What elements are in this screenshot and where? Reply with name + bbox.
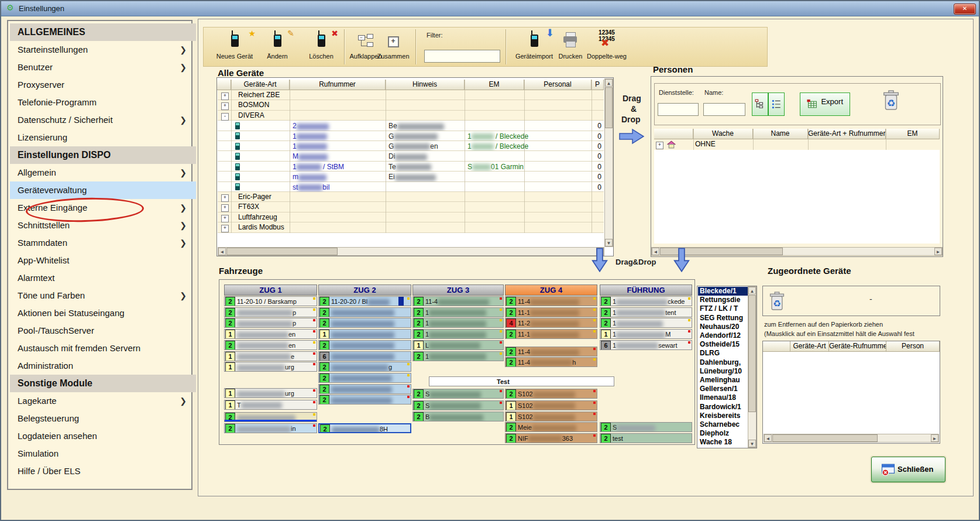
sidebar-item-administration[interactable]: Administration — [10, 357, 196, 375]
vehicle-row[interactable]: 2S — [412, 389, 504, 399]
list-item-kreisbereits[interactable]: Kreisbereits — [698, 412, 749, 420]
sidebar-item-stammdaten[interactable]: Stammdaten❯ — [10, 234, 196, 252]
vehicle-row[interactable]: 1L — [412, 340, 504, 350]
sidebar-item-proxyserver[interactable]: Proxyserver — [10, 76, 196, 94]
vehicle-row[interactable]: 1en — [224, 329, 317, 339]
vehicle-row[interactable]: 1S102 — [505, 400, 597, 410]
vehicle-row[interactable]: 211-4 — [505, 347, 597, 357]
vehicle-row[interactable]: 61sewart — [600, 340, 692, 350]
vehicle-row[interactable]: 21 — [412, 318, 504, 328]
vehicle-row[interactable]: 2B — [412, 412, 504, 421]
expand-icon[interactable]: + — [221, 215, 229, 222]
vehicle-row-test[interactable]: Test — [429, 376, 614, 386]
vehicle-row[interactable]: 411-2 — [505, 318, 597, 328]
sidebar-item-ger-teverwaltung[interactable]: Geräteverwaltung — [10, 181, 196, 199]
list-item-ostheide-15[interactable]: Ostheide/15 — [698, 340, 749, 349]
horizontal-scrollbar[interactable]: ◄► — [651, 247, 943, 256]
vehicle-row[interactable]: 2S — [600, 422, 692, 432]
delete-device-button[interactable]: ✖ Löschen — [302, 29, 341, 66]
vertical-scrollbar[interactable]: ▲▼ — [604, 78, 613, 247]
device-row[interactable]: stbil0 — [218, 182, 604, 192]
sidebar-item-telefonie-programm[interactable]: Telefonie-Programm — [10, 94, 196, 111]
list-view-button[interactable] — [768, 92, 785, 116]
scroll-right-arrow[interactable]: ► — [931, 434, 938, 442]
scroll-thumb[interactable] — [772, 434, 878, 442]
sidebar-item-aktionen-bei-statuseingang[interactable]: Aktionen bei Statuseingang — [10, 304, 196, 322]
device-group-row-bosmon[interactable]: +BOSMON — [218, 100, 604, 110]
vehicle-row[interactable]: 11M — [600, 329, 692, 339]
sidebar-item-alarmtext[interactable]: Alarmtext — [10, 269, 196, 287]
vehicle-row[interactable]: 2in — [224, 423, 317, 433]
device-group-row-luftfahrzeug[interactable]: +Luftfahrzeug — [218, 212, 604, 222]
vehicle-row[interactable]: 211-4 — [505, 296, 597, 306]
list-item-bleckede-1[interactable]: Bleckede/1 — [698, 287, 749, 296]
list-item-scharnebec[interactable]: Scharnebec — [698, 420, 749, 429]
remove-duplicates-button[interactable]: 1234512345✖ Doppelte-weg — [584, 29, 629, 66]
list-item-gellersen-1[interactable]: Gellersen/1 — [698, 385, 749, 393]
all-devices-table[interactable]: Geräte-ArtRufnummerHinweisEMPersonalP+Re… — [216, 77, 614, 256]
list-item-amelinghau[interactable]: Amelinghau — [698, 376, 749, 385]
vehicle-row[interactable]: 2test — [600, 433, 692, 443]
sidebar-item-hilfe-ber-els[interactable]: Hilfe / Über ELS — [10, 462, 196, 480]
list-item-neuhaus-20[interactable]: Neuhaus/20 — [698, 323, 749, 331]
vehicle-row[interactable]: 2p — [224, 318, 317, 328]
scroll-right-arrow[interactable]: ► — [934, 248, 942, 255]
dienststelle-input[interactable] — [658, 103, 699, 116]
vehicle-row[interactable]: 2 — [318, 373, 411, 383]
device-import-button[interactable]: ⬇ Geräteimport — [512, 29, 556, 66]
vehicle-row[interactable]: 211-4 — [412, 296, 504, 306]
vehicle-row[interactable]: 211-20-10 / Barskamp — [224, 296, 317, 306]
vehicle-row[interactable]: 2 — [318, 307, 411, 317]
person-row-ohne[interactable]: +OHNE — [654, 139, 940, 150]
export-button[interactable]: Export — [800, 92, 850, 116]
expand-icon[interactable]: + — [221, 204, 229, 212]
scroll-left-arrow[interactable]: ◄ — [764, 434, 772, 442]
list-item-ilmenau-18[interactable]: Ilmenau/18 — [698, 393, 749, 402]
collapse-tree-button[interactable]: + Zusammen — [376, 29, 411, 66]
sidebar-item-allgemein[interactable]: Allgemein❯ — [10, 164, 196, 181]
list-item-wache-18[interactable]: Wache 18 — [698, 438, 749, 447]
vehicle-row[interactable]: 211-4h — [505, 357, 597, 367]
list-item-bardowick-1[interactable]: Bardowick/1 — [698, 403, 749, 412]
device-row[interactable]: 2Be0 — [218, 121, 604, 131]
sidebar-item-simulation[interactable]: Simulation — [10, 445, 196, 462]
expand-icon[interactable]: + — [221, 225, 229, 232]
list-item-dlrg[interactable]: DLRG — [698, 349, 749, 358]
vehicle-row[interactable]: 2 — [318, 318, 411, 328]
vehicle-row[interactable]: 1T — [224, 400, 317, 410]
vehicle-row[interactable]: 1S102 — [505, 412, 597, 421]
vehicle-row[interactable]: 2S — [412, 400, 504, 410]
list-item-rettungsdie[interactable]: Rettungsdie — [698, 296, 749, 304]
sidebar-item-t-ne-und-farben[interactable]: Töne und Farben❯ — [10, 287, 196, 304]
sidebar-item-belegsteuerung[interactable]: Belegsteuerung — [10, 410, 196, 427]
vehicle-row[interactable]: 2en — [224, 340, 317, 350]
expand-icon[interactable]: + — [221, 194, 229, 202]
sidebar-item-datenschutz-sicherheit[interactable]: Datenschutz / Sicherheit❯ — [10, 111, 196, 129]
sidebar-item-benutzer[interactable]: Benutzer❯ — [10, 59, 196, 76]
vehicle-row[interactable]: 6 — [318, 351, 411, 361]
device-row[interactable]: MDi0 — [218, 151, 604, 161]
scroll-left-arrow[interactable]: ◄ — [652, 248, 659, 255]
vehicle-row[interactable]: 2 — [318, 395, 411, 405]
sidebar-item-app-whitelist[interactable]: App-Whitelist — [10, 252, 196, 269]
window-close-button[interactable]: ✕ — [954, 4, 976, 15]
vehicle-row[interactable]: 2NIF363 — [505, 433, 597, 443]
collapse-icon[interactable]: - — [221, 113, 229, 121]
sidebar-item-lagekarte[interactable]: Lagekarte❯ — [10, 392, 196, 410]
vehicle-row[interactable]: 2p — [224, 307, 317, 317]
scroll-thumb[interactable] — [226, 248, 338, 255]
vehicle-row[interactable]: 28H — [318, 423, 411, 433]
vehicle-row[interactable]: 1urg — [224, 388, 317, 398]
vehicle-row[interactable]: 2S102 — [505, 389, 597, 399]
vehicle-row[interactable]: 211-20-20 / Bl — [318, 296, 411, 306]
device-group-row-divera[interactable]: -DIVERA — [218, 111, 604, 121]
scroll-down-arrow[interactable]: ▼ — [748, 440, 756, 447]
device-row[interactable]: 1G1 / Bleckede0 — [218, 131, 604, 141]
print-button[interactable]: Drucken — [556, 29, 584, 66]
vehicle-row[interactable]: 21 — [600, 318, 692, 328]
vertical-scrollbar[interactable]: ▲▼ — [748, 286, 757, 448]
vehicle-row[interactable]: 21ckede — [600, 296, 692, 306]
scroll-up-arrow[interactable]: ▲ — [748, 287, 756, 294]
device-group-row-reichert-zbe[interactable]: +Reichert ZBE — [218, 90, 604, 100]
edit-device-button[interactable]: ✎ Ändern — [258, 29, 297, 66]
